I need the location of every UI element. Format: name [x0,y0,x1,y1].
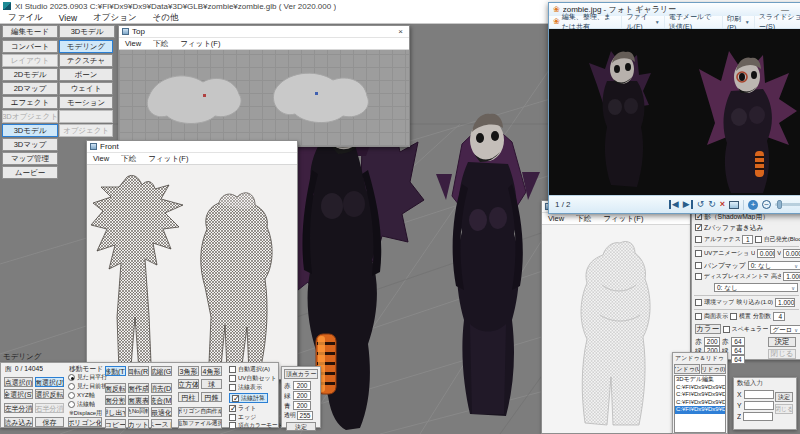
editnav-item-object[interactable]: オブジェクト [59,124,113,137]
menu-view[interactable]: View [542,214,570,223]
radio-icon[interactable] [68,374,75,381]
select-all-button[interactable]: 全選択(S) [4,389,33,399]
zoom-out-icon[interactable]: − [762,200,771,209]
zoom-slider-knob[interactable] [777,200,782,209]
back-view-canvas[interactable] [542,225,690,433]
divisions-field[interactable]: 4 [773,312,785,321]
paste-button[interactable]: ペースト [151,419,172,429]
alpha-test-field[interactable]: 1 [742,235,753,244]
numeric-close-button[interactable]: 閉じる [775,404,793,414]
sidebar-item-convert[interactable]: コンバート [2,40,58,53]
sidebar-item-3d-map[interactable]: 3Dマップ [2,138,58,151]
alpha-test-checkbox[interactable] [695,236,702,243]
shading-select[interactable]: グーロー∨ [770,325,800,334]
checkbox-icon[interactable] [229,384,236,391]
menu-underlay[interactable]: 下絵 [147,39,174,49]
sidebar-item-map-manage[interactable]: マップ管理 [2,152,58,165]
material-ok-button[interactable]: 決定 [768,337,796,347]
merge-button[interactable]: 統合(M) [151,395,172,405]
sidebar-item-2d-model[interactable]: 2Dモデル [2,68,58,81]
extrude-button[interactable]: 押し出す [105,407,126,417]
optimize-button[interactable]: 最適化 [151,407,172,417]
diffuse-r-field[interactable]: 200 [704,337,720,346]
gallery-email-button[interactable]: 電子メールで送信(E) [665,16,723,28]
face-select-button[interactable]: 面選択(J) [35,377,64,387]
cone-button[interactable]: 円錐 [201,392,222,402]
editnav-item-modeling[interactable]: モデリング [59,40,113,53]
radio-icon[interactable] [68,401,75,408]
list-item[interactable]: C:¥FI¥Dx9¥Dx9¥Data¥3D [675,384,725,392]
load-button[interactable]: 読み込み [4,417,33,427]
tab-3d-model[interactable]: 3Dモデル [59,25,115,38]
face-sides-button[interactable]: 面裏表 [128,395,149,405]
auto-select-option[interactable]: 自動選択(A) [229,366,270,373]
vc-a-field[interactable]: 255 [297,411,313,420]
close-icon[interactable]: × [395,27,406,36]
normal-calc-option[interactable]: 法線計算 [229,393,268,403]
triangle-button[interactable]: 3角形 [178,366,199,376]
checkbox-icon[interactable] [229,414,236,421]
front-view-title-bar[interactable]: Front [87,141,297,153]
menu-view[interactable]: View [51,13,85,23]
sidebar-item-3d-model[interactable]: 3Dモデル [2,124,58,137]
create-face-button[interactable]: 面作成 [128,383,149,393]
editnav-item-bone[interactable]: ボーン [59,68,113,81]
cut-button[interactable]: カット [128,419,149,429]
gallery-print-menu[interactable]: 印刷(P)▼ [723,16,755,28]
x-input[interactable] [744,390,774,399]
sidebar-item-3d-object[interactable]: 3Dオブジェクト [2,110,58,123]
move-mode-option[interactable]: 見た目平行 [68,374,107,381]
tab-edit-mode[interactable]: 編集モード [2,25,58,38]
list-item[interactable]: C:¥FI¥Dx9¥Dx9¥Data¥3D [675,399,725,407]
delete-icon[interactable]: × [720,200,725,209]
editnav-item-motion[interactable]: モーション [59,96,113,109]
secondary-r-field[interactable]: 64 [731,337,745,346]
menu-options[interactable]: オプション [85,12,145,24]
env-reflect-field[interactable]: 1.000 [775,298,795,307]
polygonize-button[interactable]: ポリゴン化 [68,417,102,427]
point-select-button[interactable]: 点選択(I) [4,377,33,387]
copy-button[interactable]: コピー [105,419,126,429]
secondary-b-field[interactable]: 64 [731,355,745,364]
sidebar-item-layout[interactable]: レイアウト [2,54,58,67]
uv-u-field[interactable]: 0.000 [757,249,775,258]
sphere-button[interactable]: 球 [201,379,222,389]
rotate-tool-button[interactable]: 回転(R) [128,366,149,376]
undo-button[interactable]: アンドゥ(U) [674,364,700,374]
bump-select[interactable]: 0: なし∨ [748,261,800,270]
editnav-item-texture[interactable]: テクスチャ [59,54,113,67]
specular-checkbox[interactable] [723,326,730,333]
move-mode-option[interactable]: 法線軸 [68,401,95,408]
displacement-checkbox[interactable] [695,273,702,280]
normal-display-option[interactable]: 法線表示 [229,384,262,391]
vc-r-field[interactable]: 200 [293,381,311,390]
cylinder-button[interactable]: 円柱 [178,392,199,402]
delete-button[interactable]: 消去(D) [151,383,172,393]
menu-view[interactable]: View [87,154,115,163]
bloom-checkbox[interactable] [755,236,762,243]
zbuffer-checkbox[interactable] [695,224,702,231]
list-item-selected[interactable]: C:¥FI¥Dx9¥Dx9¥Data¥3D [675,406,725,414]
move-mode-option[interactable]: XYZ軸 [68,392,95,399]
uv-anim-checkbox[interactable] [695,250,702,257]
free-polygon-button[interactable]: ポリゴン自由作成 [178,407,222,417]
list-item[interactable]: C:¥FI¥Dx9¥Dx9¥Data¥3D [675,391,725,399]
cube-button[interactable]: 立方体 [178,379,199,389]
list-item[interactable]: 3Dモデル編集 [675,376,725,384]
checkbox-icon[interactable] [229,422,236,429]
next-icon[interactable]: ▶ [683,200,693,209]
menu-other[interactable]: その他 [145,12,187,24]
color-button[interactable]: カラー [695,324,721,334]
env-map-checkbox[interactable] [695,299,702,306]
checkbox-icon[interactable] [229,366,236,373]
slideshow-icon[interactable] [729,201,739,209]
gallery-file-menu[interactable]: ファイル(F)▼ [622,16,664,28]
radio-icon[interactable] [68,383,75,390]
numeric-ok-button[interactable]: 決定 [775,392,793,402]
checkbox-icon[interactable] [232,395,239,402]
undo-history-list[interactable]: 3Dモデル編集 C:¥FI¥Dx9¥Dx9¥Data¥3D C:¥FI¥Dx9¥… [674,375,726,433]
uv-v-field[interactable]: 0.000 [783,249,800,258]
split-face-button[interactable]: 面分割 [105,395,126,405]
vc-b-field[interactable]: 200 [293,401,311,410]
gallery-organize-button[interactable]: ❀編集、整理、または共有 [549,16,622,28]
